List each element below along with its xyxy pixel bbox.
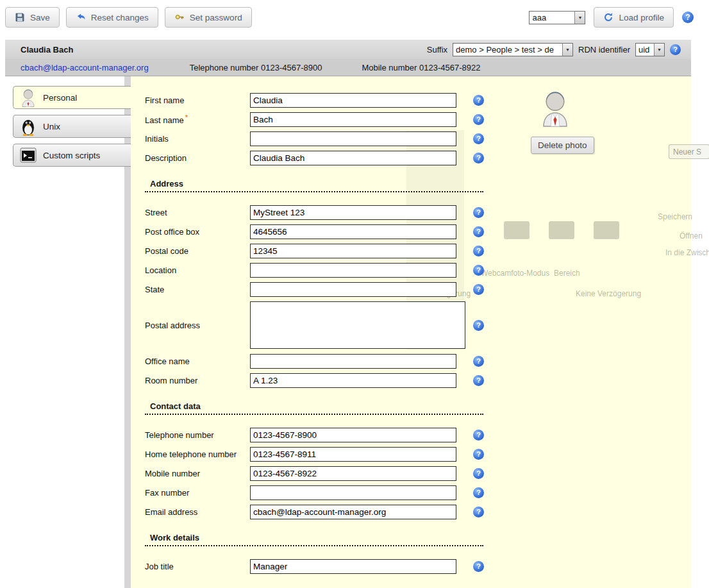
telephone-text: Telephone number 0123-4567-8900: [190, 63, 322, 72]
field-label-text: Room number: [145, 376, 197, 385]
office-name-input[interactable]: [250, 354, 456, 369]
state-input[interactable]: [250, 282, 456, 297]
email-link[interactable]: cbach@ldap-account-manager.org: [21, 63, 149, 72]
save-button-label: Save: [30, 13, 50, 22]
help-icon[interactable]: [473, 507, 484, 517]
photo-block: Delete photo: [531, 88, 627, 154]
module-tabs: PersonalUnixCustom scripts: [5, 76, 131, 588]
field-label: State: [145, 285, 250, 294]
help-icon[interactable]: [473, 487, 484, 498]
save-button[interactable]: Save: [5, 7, 60, 28]
rdn-select-value: uid: [636, 44, 654, 56]
description-input[interactable]: [250, 151, 456, 165]
help-icon[interactable]: [473, 375, 484, 386]
location-input[interactable]: [250, 263, 456, 278]
save-icon: [15, 12, 25, 22]
field-label-text: Last name: [145, 115, 184, 125]
load-profile-button[interactable]: Load profile: [594, 7, 674, 28]
help-icon[interactable]: [473, 265, 484, 276]
help-icon[interactable]: [473, 356, 484, 367]
section-title: Contact data: [150, 401, 201, 411]
suffix-select-value: demo > People > test > de: [453, 44, 562, 56]
field-label: Telephone number: [145, 430, 250, 440]
street-input[interactable]: [250, 205, 456, 220]
help-icon[interactable]: [473, 207, 484, 218]
delete-photo-button[interactable]: Delete photo: [531, 137, 594, 154]
field-label: Postal address: [145, 321, 250, 330]
undo-icon: [76, 12, 86, 22]
postal-address-input[interactable]: [250, 301, 465, 349]
last-name-input[interactable]: [250, 112, 456, 127]
field-label: Initials: [145, 134, 250, 144]
form-row: Home telephone number: [145, 447, 691, 461]
form-row: Postal address: [145, 301, 691, 349]
home-telephone-number-input[interactable]: [250, 447, 456, 462]
toolbar-right: aaa Load profile: [529, 7, 694, 28]
fax-number-input[interactable]: [250, 485, 456, 500]
help-icon[interactable]: [473, 284, 484, 295]
form-row: State: [145, 282, 691, 296]
help-icon[interactable]: [473, 133, 484, 144]
help-icon[interactable]: [473, 561, 484, 572]
help-icon[interactable]: [473, 449, 484, 460]
help-icon[interactable]: [473, 95, 484, 106]
post-office-box-input[interactable]: [250, 224, 456, 239]
help-icon[interactable]: [473, 246, 484, 256]
field-label-text: Postal address: [145, 321, 200, 330]
telephone-number-input[interactable]: [250, 428, 456, 442]
room-number-input[interactable]: [250, 373, 456, 388]
field-label: Home telephone number: [145, 449, 250, 459]
suffix-label: Suffix: [427, 45, 447, 55]
help-icon[interactable]: [473, 320, 484, 331]
first-name-input[interactable]: [250, 93, 456, 108]
account-editor: Claudia Bach Suffix demo > People > test…: [5, 40, 691, 588]
help-icon[interactable]: [670, 44, 681, 55]
set-password-button[interactable]: Set password: [165, 7, 252, 28]
load-profile-label: Load profile: [619, 13, 664, 22]
tab-personal[interactable]: Personal: [13, 86, 131, 109]
job-title-input[interactable]: [250, 559, 456, 574]
field-label: Mobile number: [145, 469, 250, 478]
person-icon: [20, 88, 37, 107]
suffix-select[interactable]: demo > People > test > de: [453, 43, 573, 56]
form-row: Telephone number: [145, 428, 691, 442]
field-label: Last name: [145, 113, 250, 125]
field-label: Postal code: [145, 246, 250, 256]
personal-form: First nameLast nameInitialsDescriptionAd…: [145, 93, 691, 573]
initials-input[interactable]: [250, 131, 456, 146]
dropdown-arrow-icon: [562, 44, 572, 56]
section-header-work-details: Work details: [145, 532, 483, 546]
mobile-number-input[interactable]: [250, 466, 456, 481]
field-label-text: Description: [145, 153, 187, 163]
field-label-text: First name: [145, 96, 184, 105]
postal-code-input[interactable]: [250, 244, 456, 258]
section-title: Address: [150, 179, 183, 189]
rdn-select[interactable]: uid: [635, 43, 665, 56]
account-title: Claudia Bach: [21, 45, 73, 55]
field-label-text: Mobile number: [145, 469, 200, 478]
tab-custom-scripts[interactable]: Custom scripts: [13, 144, 131, 167]
section-header-contact-data: Contact data: [145, 400, 483, 415]
field-label: Email address: [145, 507, 250, 517]
field-label: Description: [145, 153, 250, 163]
key-icon: [174, 12, 185, 22]
reset-changes-button[interactable]: Reset changes: [66, 7, 158, 28]
tab-unix[interactable]: Unix: [13, 115, 131, 138]
help-icon[interactable]: [682, 12, 694, 23]
help-icon[interactable]: [473, 226, 484, 237]
section-title: Work details: [150, 533, 199, 542]
account-header: Claudia Bach Suffix demo > People > test…: [5, 40, 691, 76]
penguin-icon: [20, 117, 37, 136]
help-icon[interactable]: [473, 114, 484, 125]
field-label: Room number: [145, 376, 250, 385]
help-icon[interactable]: [473, 430, 484, 441]
help-icon[interactable]: [473, 153, 484, 164]
email-address-input[interactable]: [250, 505, 456, 519]
help-icon[interactable]: [473, 468, 484, 479]
terminal-icon: [20, 146, 37, 165]
field-label-text: Post office box: [145, 227, 199, 237]
profile-select[interactable]: aaa: [529, 11, 585, 24]
field-label: Office name: [145, 357, 250, 366]
profile-select-value: aaa: [530, 12, 574, 24]
refresh-icon: [603, 12, 613, 22]
